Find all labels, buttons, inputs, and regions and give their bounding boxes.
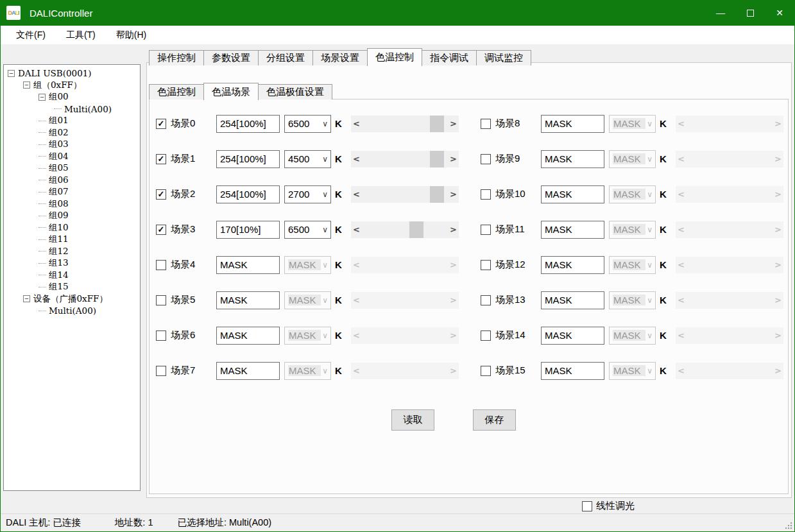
tab-2[interactable]: 分组设置 — [258, 50, 313, 65]
scroll-right-icon[interactable]: > — [773, 189, 783, 199]
scene-kelvin-select[interactable]: MASK ∨ — [284, 256, 331, 274]
scene-temp-scrollbar[interactable]: < > — [676, 327, 783, 344]
scroll-right-icon[interactable]: > — [773, 225, 783, 234]
scrollbar-track[interactable] — [362, 257, 448, 273]
scene-kelvin-select[interactable]: MASK ∨ — [284, 362, 331, 380]
scrollbar-thumb[interactable] — [430, 151, 444, 167]
menu-item-2[interactable]: 帮助(H) — [106, 26, 157, 44]
tree-item[interactable]: 组06 — [4, 175, 140, 187]
tab-4[interactable]: 色温控制 — [367, 48, 422, 66]
tree-item[interactable]: Multi(A00) — [4, 305, 140, 317]
scroll-left-icon[interactable]: < — [351, 295, 362, 305]
scene-checkbox[interactable] — [481, 330, 491, 341]
scrollbar-track[interactable] — [362, 327, 448, 344]
scrollbar-thumb[interactable] — [409, 221, 423, 238]
tree-item[interactable]: −设备（广播0xFF） — [4, 293, 140, 305]
scroll-left-icon[interactable]: < — [351, 330, 362, 340]
scroll-right-icon[interactable]: > — [448, 330, 459, 340]
tab-6[interactable]: 调试监控 — [476, 50, 531, 65]
scene-level-input[interactable]: MASK — [541, 327, 604, 345]
scroll-left-icon[interactable]: < — [676, 225, 687, 234]
scrollbar-track[interactable] — [687, 151, 773, 167]
scene-temp-scrollbar[interactable]: < > — [351, 292, 459, 309]
scene-kelvin-select[interactable]: MASK ∨ — [284, 327, 331, 345]
scroll-right-icon[interactable]: > — [773, 295, 783, 305]
scroll-right-icon[interactable]: > — [773, 260, 783, 270]
scene-kelvin-select[interactable]: MASK ∨ — [609, 150, 656, 168]
tree-item[interactable]: 组07 — [4, 186, 140, 198]
tree-item[interactable]: 组12 — [4, 246, 140, 258]
scene-checkbox[interactable] — [481, 366, 491, 376]
scene-temp-scrollbar[interactable]: < > — [351, 151, 459, 167]
scene-level-input[interactable]: MASK — [541, 291, 604, 309]
menu-item-0[interactable]: 文件(F) — [6, 26, 56, 44]
tree-item[interactable]: −组00 — [4, 91, 140, 103]
scene-level-input[interactable]: 170[10%] — [216, 221, 280, 239]
scrollbar-track[interactable] — [687, 363, 773, 379]
scrollbar-track[interactable] — [687, 221, 773, 238]
scroll-right-icon[interactable]: > — [448, 119, 459, 128]
subtab-1[interactable]: 色温场景 — [203, 83, 259, 100]
scroll-right-icon[interactable]: > — [773, 330, 783, 340]
scene-level-input[interactable]: 254[100%] — [216, 185, 280, 203]
scene-temp-scrollbar[interactable]: < > — [676, 186, 783, 203]
scroll-left-icon[interactable]: < — [351, 119, 362, 128]
scroll-right-icon[interactable]: > — [448, 189, 459, 199]
scroll-right-icon[interactable]: > — [448, 260, 459, 270]
scene-temp-scrollbar[interactable]: < > — [351, 327, 459, 344]
scene-temp-scrollbar[interactable]: < > — [351, 257, 459, 273]
scroll-left-icon[interactable]: < — [676, 260, 687, 270]
close-button[interactable]: ✕ — [765, 0, 794, 26]
scene-checkbox[interactable] — [156, 295, 166, 305]
scene-kelvin-select[interactable]: MASK ∨ — [609, 256, 656, 274]
scrollbar-track[interactable] — [687, 116, 773, 132]
tree-item[interactable]: 组10 — [4, 222, 140, 234]
tab-0[interactable]: 操作控制 — [149, 50, 204, 65]
scene-level-input[interactable]: MASK — [216, 256, 280, 274]
scroll-left-icon[interactable]: < — [351, 366, 362, 375]
scene-level-input[interactable]: MASK — [541, 185, 604, 203]
tree-item[interactable]: 组08 — [4, 198, 140, 210]
tree-item[interactable]: 组11 — [4, 234, 140, 246]
tree-item[interactable]: 组04 — [4, 151, 140, 163]
scene-level-input[interactable]: MASK — [541, 221, 604, 239]
scroll-left-icon[interactable]: < — [676, 154, 687, 164]
scene-kelvin-select[interactable]: 2700 ∨ — [284, 185, 331, 203]
scene-temp-scrollbar[interactable]: < > — [676, 151, 783, 167]
subtab-0[interactable]: 色温控制 — [149, 84, 204, 99]
scene-temp-scrollbar[interactable]: < > — [676, 292, 783, 309]
scroll-left-icon[interactable]: < — [676, 119, 687, 128]
scrollbar-track[interactable] — [362, 151, 448, 167]
tree-item[interactable]: 组13 — [4, 257, 140, 270]
tree-item[interactable]: 组05 — [4, 162, 140, 175]
tab-1[interactable]: 参数设置 — [203, 50, 259, 65]
scene-level-input[interactable]: MASK — [541, 256, 604, 274]
scene-temp-scrollbar[interactable]: < > — [676, 116, 783, 132]
scrollbar-track[interactable] — [362, 363, 448, 379]
tab-3[interactable]: 场景设置 — [312, 50, 368, 65]
scene-temp-scrollbar[interactable]: < > — [351, 116, 459, 132]
subtab-2[interactable]: 色温极值设置 — [258, 84, 332, 99]
tree-item[interactable]: 组09 — [4, 210, 140, 222]
scene-checkbox[interactable]: ✓ — [156, 119, 166, 129]
scene-checkbox[interactable] — [481, 260, 491, 270]
scroll-right-icon[interactable]: > — [773, 119, 783, 128]
scroll-right-icon[interactable]: > — [448, 366, 459, 375]
scrollbar-track[interactable] — [687, 257, 773, 273]
tab-5[interactable]: 指令调试 — [422, 50, 477, 65]
scene-level-input[interactable]: 254[100%] — [216, 115, 280, 133]
scroll-right-icon[interactable]: > — [773, 154, 783, 164]
scroll-left-icon[interactable]: < — [676, 189, 687, 199]
tree-item[interactable]: 组14 — [4, 270, 140, 282]
tree-item[interactable]: 组01 — [4, 115, 140, 127]
scroll-left-icon[interactable]: < — [351, 154, 362, 164]
scrollbar-track[interactable] — [687, 292, 773, 309]
scene-level-input[interactable]: MASK — [541, 115, 604, 133]
scrollbar-thumb[interactable] — [430, 186, 444, 203]
collapse-icon[interactable]: − — [38, 94, 46, 101]
scroll-left-icon[interactable]: < — [676, 295, 687, 305]
tree-item[interactable]: 组02 — [4, 127, 140, 139]
scrollbar-track[interactable] — [362, 221, 448, 238]
read-button[interactable]: 读取 — [391, 409, 434, 431]
tree-item[interactable]: −DALI USB(0001) — [4, 67, 140, 80]
